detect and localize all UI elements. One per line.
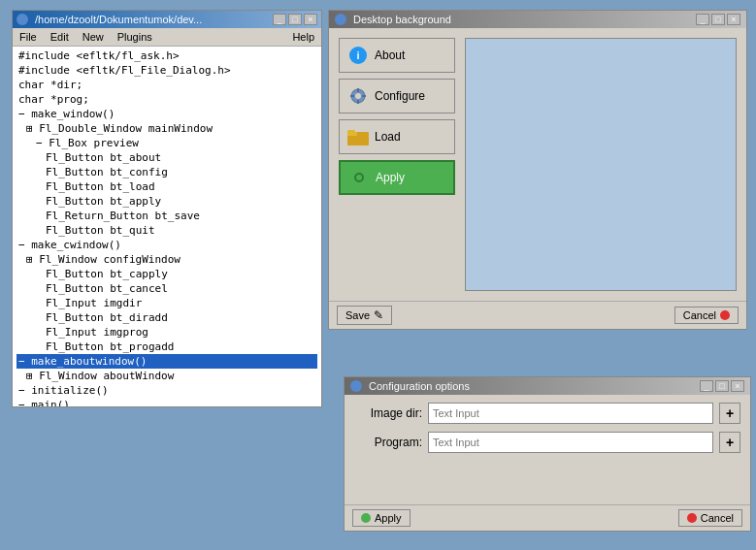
code-line: ⊞ Fl_Window aboutWindow — [16, 369, 317, 383]
code-line: Fl_Button bt_apply — [16, 194, 317, 209]
code-line: Fl_Button bt_capply — [16, 267, 317, 281]
cancel-button-label: Cancel — [683, 309, 716, 321]
close-button[interactable]: × — [304, 14, 317, 25]
desktop-window-title: Desktop background — [353, 14, 451, 25]
desktop-close-button[interactable]: × — [727, 14, 740, 25]
svg-rect-5 — [362, 95, 366, 97]
config-titlebar-left: Configuration options — [350, 380, 470, 392]
load-button[interactable]: Load — [339, 119, 455, 154]
svg-rect-8 — [347, 130, 355, 135]
config-cancel-button[interactable]: Cancel — [678, 509, 742, 527]
code-line: Fl_Button bt_quit — [16, 223, 317, 238]
configure-icon — [347, 85, 369, 107]
imagedir-label: Image dir: — [354, 406, 422, 420]
code-line: Fl_Button bt_about — [16, 150, 317, 165]
program-label: Program: — [354, 436, 422, 449]
pencil-icon: ✎ — [374, 308, 383, 322]
program-add-button[interactable]: + — [719, 432, 740, 453]
info-icon: i — [347, 45, 369, 66]
svg-rect-2 — [357, 88, 359, 92]
titlebar-left: /home/dzoolt/Dokumentumok/dev... — [16, 14, 202, 25]
code-line: Fl_Input imgdir — [16, 296, 317, 310]
config-window-title: Configuration options — [369, 380, 470, 392]
code-line: Fl_Return_Button bt_save — [16, 209, 317, 223]
config-options-window: Configuration options _ □ × Image dir: +… — [344, 376, 751, 532]
apply-button-label: Apply — [376, 171, 405, 184]
apply-green-circle-icon — [361, 513, 371, 523]
svg-rect-3 — [357, 100, 359, 104]
program-input[interactable] — [428, 432, 713, 453]
code-line: #include <efltk/fl_ask.h> — [16, 49, 317, 63]
code-line: Fl_Button bt_progadd — [16, 340, 317, 354]
load-button-label: Load — [375, 130, 401, 144]
desktop-titlebar-controls: _ □ × — [696, 14, 740, 25]
config-titlebar: Configuration options _ □ × — [345, 377, 750, 395]
code-editor-title: /home/dzoolt/Dokumentumok/dev... — [35, 14, 202, 25]
config-apply-label: Apply — [375, 512, 402, 524]
code-line: ⊞ Fl_Window configWindow — [16, 252, 317, 267]
config-minimize-button[interactable]: _ — [700, 380, 713, 392]
minimize-button[interactable]: _ — [273, 14, 286, 25]
imagedir-input[interactable] — [428, 403, 713, 424]
code-line: Fl_Button bt_cancel — [16, 281, 317, 296]
menu-file[interactable]: File — [16, 30, 40, 44]
code-line-selected[interactable]: − make_aboutwindow() — [16, 354, 317, 369]
menubar: File Edit New Plugins Help — [13, 28, 321, 47]
desktop-minimize-button[interactable]: _ — [696, 14, 709, 25]
menu-help[interactable]: Help — [289, 30, 317, 44]
configure-button[interactable]: Configure — [339, 79, 455, 113]
footer-left: Save ✎ — [337, 306, 392, 325]
folder-icon — [347, 126, 369, 147]
code-line: Fl_Button bt_config — [16, 165, 317, 179]
code-line: − make_cwindow() — [16, 238, 317, 252]
configure-button-label: Configure — [375, 89, 425, 103]
config-window-icon — [350, 380, 362, 392]
maximize-button[interactable]: □ — [288, 14, 302, 25]
apply-button[interactable]: Apply — [339, 160, 455, 195]
cancel-button[interactable]: Cancel — [674, 307, 739, 324]
config-titlebar-controls: _ □ × — [700, 380, 744, 392]
config-cancel-label: Cancel — [701, 512, 734, 524]
config-footer: Apply Cancel — [345, 504, 750, 531]
desktop-titlebar: Desktop background _ □ × — [329, 11, 746, 28]
save-button[interactable]: Save ✎ — [337, 306, 392, 325]
desktop-footer: Save ✎ Cancel — [329, 301, 746, 329]
titlebar-controls: _ □ × — [273, 14, 317, 25]
code-line: char *prog; — [16, 92, 317, 107]
code-line: − main() — [16, 398, 317, 406]
imagedir-row: Image dir: + — [354, 403, 740, 424]
desktop-preview-area — [465, 38, 737, 291]
about-button[interactable]: i About — [339, 38, 455, 73]
code-line: − initialize() — [16, 383, 317, 398]
menu-edit[interactable]: Edit — [48, 30, 72, 44]
imagedir-add-button[interactable]: + — [719, 403, 740, 424]
config-maximize-button[interactable]: □ — [715, 380, 729, 392]
apply-icon — [348, 167, 370, 188]
code-line: #include <efltk/Fl_File_Dialog.h> — [16, 63, 317, 78]
window-icon — [16, 14, 28, 25]
code-line: Fl_Button bt_load — [16, 179, 317, 194]
code-line: Fl_Input imgprog — [16, 325, 317, 340]
config-body: Image dir: + Program: + — [345, 395, 750, 504]
desktop-window-icon — [335, 14, 346, 25]
code-line: − Fl_Box preview — [16, 136, 317, 150]
menu-plugins[interactable]: Plugins — [115, 30, 155, 44]
config-cancel-red-circle-icon — [687, 513, 697, 523]
code-line: − make_window() — [16, 107, 317, 121]
code-tree: #include <efltk/fl_ask.h> #include <eflt… — [13, 47, 321, 406]
config-apply-button[interactable]: Apply — [352, 509, 411, 527]
cancel-red-circle-icon — [720, 310, 730, 320]
menu-new[interactable]: New — [80, 30, 107, 44]
code-editor-titlebar: /home/dzoolt/Dokumentumok/dev... _ □ × — [13, 11, 321, 28]
code-line: char *dir; — [16, 78, 317, 92]
config-close-button[interactable]: × — [731, 380, 744, 392]
desktop-body: i About Configure — [329, 28, 746, 301]
desktop-buttons-panel: i About Configure — [339, 38, 455, 291]
about-button-label: About — [375, 49, 405, 62]
save-button-label: Save — [345, 309, 370, 321]
desktop-maximize-button[interactable]: □ — [711, 14, 725, 25]
svg-point-1 — [355, 93, 361, 99]
desktop-titlebar-left: Desktop background — [335, 14, 451, 25]
desktop-background-window: Desktop background _ □ × i About — [328, 10, 747, 330]
code-editor-window: /home/dzoolt/Dokumentumok/dev... _ □ × F… — [12, 10, 322, 407]
